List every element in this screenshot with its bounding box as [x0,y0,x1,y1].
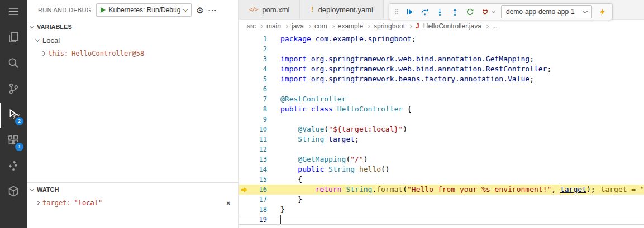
breadcrumb-item[interactable]: main [266,22,281,30]
variable-row-this[interactable]: this: HelloController@58 [27,47,238,60]
code-line[interactable]: 12 [239,144,644,154]
code-line[interactable]: 15 { [239,174,644,185]
step-out-icon[interactable] [450,7,459,16]
launch-config-select[interactable]: Kubernetes: Run/Debug [96,3,192,17]
line-content: @Value("${target:local}") [267,124,407,134]
tab-deployment-yaml[interactable]: ! deployment.yaml [300,0,384,19]
breadcrumb: src main java com example springboot J H… [239,20,644,33]
remove-watch-icon[interactable]: × [226,198,231,207]
code-line[interactable]: 2 [239,44,644,54]
restart-icon[interactable] [465,7,474,16]
sidebar-item-kubernetes[interactable] [0,154,27,180]
sidebar-item-extensions[interactable]: 1 [0,128,27,154]
line-number: 9 [249,114,267,124]
extensions-badge: 1 [15,143,23,151]
run-debug-sidebar: RUN AND DEBUG Kubernetes: Run/Debug ⚙ ··… [27,0,239,228]
start-debug-icon[interactable] [101,7,106,13]
launch-config-label: Kubernetes: Run/Debug [109,6,181,14]
code-line[interactable]: 11 String target; [239,134,644,144]
sidebar-item-run-debug[interactable]: 2 [0,103,27,128]
watch-row-target[interactable]: target: "local" × [27,196,238,210]
step-over-icon[interactable] [420,7,429,16]
code-line[interactable]: 7@RestController [239,94,644,104]
drag-handle[interactable] [394,7,399,16]
breadcrumb-item[interactable]: ... [492,22,498,30]
gutter-glyph [239,44,249,54]
code-line[interactable]: 13 @GetMapping("/") [239,154,644,164]
variables-section: VARIABLES Local this: HelloController@58 [27,20,238,182]
sidebar-item-explorer[interactable] [0,26,27,51]
code-line[interactable]: 1package com.example.springboot; [239,34,644,44]
line-number: 19 [249,215,267,225]
line-content: import org.springframework.web.bind.anno… [267,64,551,74]
line-number: 8 [249,104,267,114]
explorer-icon [7,31,20,46]
code-line[interactable]: 8public class HelloController { [239,104,644,114]
breadcrumb-item[interactable]: java [292,22,304,30]
debug-session-select[interactable]: demo-app-demo-app-1 [501,5,592,18]
lightning-icon[interactable] [598,7,607,16]
disconnect-icon[interactable] [480,7,489,16]
activity-bar: 2 1 [0,0,27,228]
code-line[interactable]: 18} [239,205,644,215]
code-line[interactable]: 6 [239,84,644,94]
line-number: 13 [249,154,267,164]
variables-header[interactable]: VARIABLES [27,20,238,33]
code-line[interactable]: 4import org.springframework.web.bind.ann… [239,64,644,74]
code-line[interactable]: 10 @Value("${target:local}") [239,124,644,134]
kubernetes-icon [7,159,20,174]
menu-button[interactable] [0,0,27,26]
tab-pom-xml[interactable]: </> pom.xml [239,0,300,19]
step-into-icon[interactable] [435,7,444,16]
line-number: 3 [249,54,267,64]
breadcrumb-item[interactable]: HelloController.java [423,22,481,30]
gutter-glyph [239,215,249,225]
watch-header-label: WATCH [37,186,59,193]
gear-icon[interactable]: ⚙ [196,6,203,14]
line-number: 16 [249,185,267,195]
line-number: 11 [249,134,267,144]
line-number: 2 [249,44,267,54]
gutter-glyph [239,195,249,205]
breadcrumb-item[interactable]: com [314,22,327,30]
vscode-window: 2 1 RUN AND DEBUG Kubernetes: Run/Debug [0,0,644,228]
breadcrumb-item[interactable]: src [247,22,256,30]
line-content: { [267,174,302,185]
code-line[interactable]: 5import org.springframework.beans.factor… [239,74,644,84]
sidebar-item-source-control[interactable] [0,77,27,103]
watch-header[interactable]: WATCH [27,183,238,196]
sidebar-item-containers[interactable] [0,180,27,205]
code-line[interactable]: 17 } [239,195,644,205]
sidebar-item-search[interactable] [0,51,27,77]
gutter-glyph [239,84,249,94]
code-editor[interactable]: 1package com.example.springboot;23import… [239,33,644,228]
line-content: package com.example.springboot; [267,34,416,44]
code-line[interactable]: 3import org.springframework.web.bind.ann… [239,54,644,64]
chevron-down-icon[interactable] [492,9,495,13]
code-line[interactable]: 9 [239,114,644,124]
java-file-icon: J [416,22,419,30]
gutter-glyph [239,104,249,114]
gutter-glyph [239,164,249,174]
code-line[interactable]: 19 [239,215,644,225]
breadcrumb-item[interactable]: springboot [374,22,405,30]
code-line[interactable]: 16 return String.format("Hello from your… [239,185,644,195]
breadcrumb-item[interactable]: example [338,22,363,30]
chevron-down-icon [35,37,40,41]
code-line[interactable]: 14 public String hello() [239,164,644,174]
line-content: String target; [267,134,359,144]
xml-file-icon: </> [249,7,258,12]
scope-label: Local [42,36,60,45]
more-actions-icon[interactable]: ··· [208,7,217,14]
continue-icon[interactable] [405,7,414,16]
variable-value: HelloController@58 [71,50,144,57]
yaml-file-icon: ! [310,6,314,13]
line-number: 14 [249,164,267,174]
gutter-glyph [239,134,249,144]
watch-expression-name: target: [42,199,71,207]
scope-local[interactable]: Local [27,33,238,47]
line-content: } [267,195,302,205]
line-content [267,44,280,54]
line-content [267,144,280,154]
chevron-down-icon [30,186,34,191]
